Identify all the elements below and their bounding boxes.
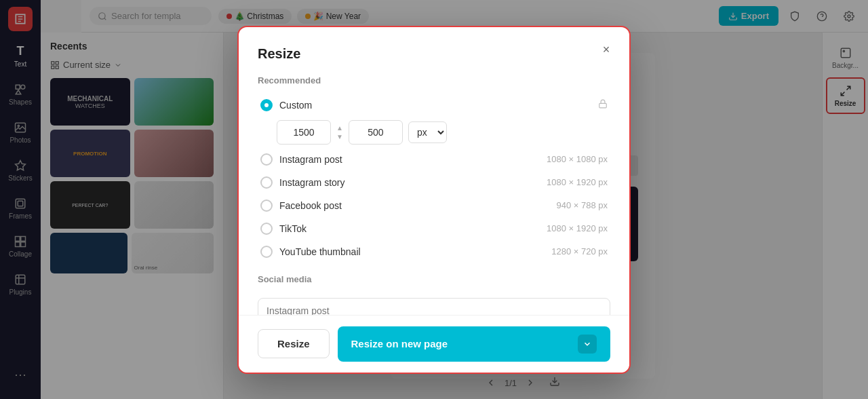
option-facebook-post-size: 940 × 788 px [556, 200, 608, 210]
radio-facebook-post [260, 200, 273, 212]
width-input[interactable] [277, 120, 331, 145]
radio-tiktok [260, 223, 273, 235]
radio-instagram-story [260, 176, 273, 189]
option-tiktok-size: 1080 × 1920 px [547, 223, 608, 233]
option-youtube-thumbnail[interactable]: YouTube thumbnail 1280 × 720 px [258, 240, 610, 263]
option-instagram-story[interactable]: Instagram story 1080 × 1920 px [258, 171, 610, 194]
option-tiktok-label: TikTok [279, 223, 547, 234]
resize-new-page-button[interactable]: Resize on new page [338, 326, 610, 362]
recommended-label: Recommended [258, 75, 610, 86]
close-icon: × [603, 43, 610, 57]
modal-title: Resize [258, 46, 610, 62]
radio-youtube-thumbnail [260, 246, 273, 258]
radio-custom [260, 99, 273, 111]
modal-close-button[interactable]: × [597, 41, 616, 60]
lock-icon [598, 99, 608, 109]
dimension-arrows: ▲ ▼ [336, 124, 343, 140]
lock-toggle[interactable] [598, 99, 608, 111]
unit-selector[interactable]: px % in cm [408, 121, 447, 143]
option-instagram-post-size: 1080 × 1080 px [547, 154, 608, 164]
option-instagram-story-label: Instagram story [279, 177, 547, 188]
option-instagram-post-label: Instagram post [279, 154, 547, 165]
radio-instagram-post [260, 153, 273, 166]
option-instagram-post[interactable]: Instagram post 1080 × 1080 px [258, 148, 610, 171]
option-instagram-story-size: 1080 × 1920 px [547, 177, 608, 187]
custom-dimensions-row: ▲ ▼ px % in cm [258, 117, 610, 148]
option-facebook-post-label: Facebook post [279, 200, 556, 211]
social-media-label: Social media [258, 274, 610, 284]
modal-actions: Resize Resize on new page [239, 315, 629, 373]
option-facebook-post[interactable]: Facebook post 940 × 788 px [258, 194, 610, 217]
svg-rect-22 [599, 103, 607, 107]
resize-new-page-label: Resize on new page [351, 338, 448, 349]
option-youtube-thumbnail-size: 1280 × 720 px [551, 246, 608, 256]
option-custom[interactable]: Custom [258, 94, 610, 117]
modal-overlay: Resize × Recommended Custom ▲ ▼ px [0, 0, 868, 399]
option-custom-label: Custom [279, 100, 598, 111]
resize-modal: Resize × Recommended Custom ▲ ▼ px [237, 26, 631, 374]
resize-button[interactable]: Resize [258, 329, 330, 358]
option-tiktok[interactable]: TikTok 1080 × 1920 px [258, 217, 610, 240]
resize-new-page-chevron-icon[interactable] [578, 335, 597, 354]
option-youtube-thumbnail-label: YouTube thumbnail [279, 246, 551, 257]
height-input[interactable] [349, 120, 403, 145]
